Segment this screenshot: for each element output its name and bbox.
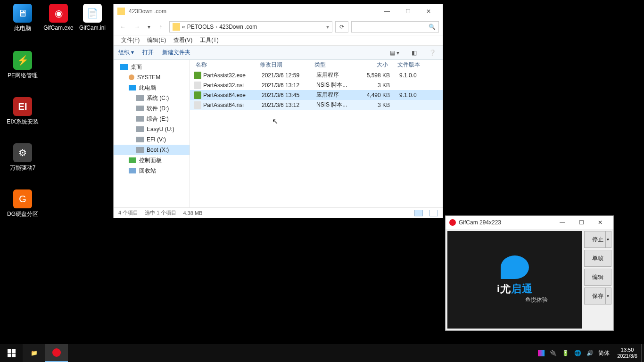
close-button[interactable]: ✕ [591,216,610,229]
app-icon: ◉ [49,4,68,23]
col-version[interactable]: 文件版本 [393,61,430,69]
file-type: NSIS 脚本... [316,101,359,109]
tree-item[interactable]: EFI (V:) [114,134,190,145]
file-date: 2021/3/6 13:12 [262,82,316,89]
desktop-icon-PE网络管理[interactable]: ⚡PE网络管理 [5,51,41,80]
chevron-down-icon[interactable]: ▾ [326,24,329,30]
forward-button[interactable]: → [132,21,143,33]
tree-item[interactable]: 回收站 [114,165,190,176]
system-tray[interactable]: 🔌 🔋 🌐 🔊 简体 [534,349,613,357]
network-icon[interactable]: 🌐 [574,349,581,357]
search-input[interactable]: 🔍 [351,21,439,33]
close-button[interactable]: ✕ [418,5,439,18]
edit-button[interactable]: 编辑 [584,269,611,286]
start-button[interactable] [0,344,23,362]
icon-label: 万能驱动7 [5,164,41,172]
dropdown-icon[interactable]: ▼ [605,288,610,304]
preview-pane-icon[interactable]: ◧ [410,49,419,56]
col-size[interactable]: 大小 [357,61,393,69]
organize-button[interactable]: 组织 ▾ [118,49,134,57]
window-title: 423Down .com [129,8,377,15]
desktop-icon-DG硬盘分区[interactable]: GDG硬盘分区 [5,189,41,218]
file-icon [194,72,201,79]
col-name[interactable]: 名称 [190,61,260,69]
titlebar[interactable]: GifCam 294x223 — ☐ ✕ [446,216,613,229]
desktop-icon-此电脑[interactable]: 🖥此电脑 [5,4,41,33]
up-button[interactable]: ↑ [155,21,166,33]
desktop-icon-EIX系统安装[interactable]: EIEIX系统安装 [5,97,41,126]
tree-item[interactable]: 此电脑 [114,82,190,93]
details-view-icon[interactable] [414,210,423,216]
file-icon [194,91,201,99]
file-row[interactable]: PartAssist32.exe 2021/3/6 12:59 应用程序 5,5… [190,70,443,80]
tree-item[interactable]: Boot (X:) [114,145,190,155]
back-button[interactable]: ← [117,21,129,33]
tray-app-icon[interactable] [538,350,545,356]
desktop-icon-GifCam.ini[interactable]: 📄GifCam.ini [74,4,110,31]
tree-item[interactable]: 控制面板 [114,155,190,165]
file-date: 2021/3/6 13:45 [262,92,316,99]
show-desktop-button[interactable] [641,344,644,362]
menu-file[interactable]: 文件(F) [117,36,143,44]
windows-logo-icon [8,349,16,357]
icons-view-icon[interactable] [429,210,438,216]
tree-icon [136,147,144,153]
language-indicator[interactable]: 简体 [598,349,610,357]
file-explorer-window[interactable]: 423Down .com — ☐ ✕ ← → ▾ ↑ « PETOOLS › 4… [113,4,443,218]
address-bar[interactable]: « PETOOLS › 423Down .com ▾ [169,21,332,33]
minimize-button[interactable]: — [553,216,572,229]
taskbar-gifcam[interactable] [45,344,68,362]
open-button[interactable]: 打开 [142,49,154,57]
menu-tools[interactable]: 工具(T) [196,36,222,44]
taskbar-explorer[interactable]: 📁 [23,344,45,362]
frame-button[interactable]: 单帧 [584,250,611,267]
gifcam-window[interactable]: GifCam 294x223 — ☐ ✕ i尤启通 鱼悦体验 停止▼ 单帧 编辑… [445,215,614,331]
col-type[interactable]: 类型 [314,61,357,69]
taskbar[interactable]: 📁 🔌 🔋 🌐 🔊 简体 13:50 2021/3/6 [0,344,644,362]
tree-item[interactable]: 软件 (D:) [114,103,190,114]
recent-dropdown[interactable]: ▾ [146,21,152,33]
menu-view[interactable]: 查看(V) [170,36,196,44]
view-options-icon[interactable]: ▤ ▾ [388,49,401,56]
file-icon [194,82,201,89]
column-headers[interactable]: 名称 修改日期 类型 大小 文件版本 [190,60,443,70]
titlebar[interactable]: 423Down .com — ☐ ✕ [114,4,443,18]
tree-item[interactable]: 桌面 [114,62,190,72]
menu-edit[interactable]: 编辑(E) [143,36,170,44]
file-row[interactable]: PartAssist64.nsi 2021/3/6 13:12 NSIS 脚本.… [190,100,443,110]
breadcrumb-item[interactable]: 423Down .com [219,24,257,30]
tree-label: Boot (X:) [147,147,169,153]
desktop-icon-GifCam.exe[interactable]: ◉GifCam.exe [41,4,76,31]
battery-icon[interactable]: 🔋 [561,349,569,357]
volume-icon[interactable]: 🔊 [586,349,594,357]
recording-viewport: i尤启通 鱼悦体验 [447,231,582,329]
breadcrumb-item[interactable]: PETOOLS [187,24,214,30]
tree-item[interactable]: 综合 (E:) [114,114,190,124]
newfolder-button[interactable]: 新建文件夹 [162,49,190,57]
clock[interactable]: 13:50 2021/3/6 [613,347,641,359]
maximize-button[interactable]: ☐ [572,216,591,229]
tree-icon [129,85,136,90]
maximize-button[interactable]: ☐ [397,5,418,18]
save-button[interactable]: 保存▼ [584,288,611,304]
refresh-button[interactable]: ⟳ [335,21,348,33]
tree-item[interactable]: SYSTEM [114,72,190,82]
minimize-button[interactable]: — [377,5,397,18]
file-date: 2021/3/6 13:12 [262,102,316,108]
tree-icon [129,74,134,80]
usb-icon[interactable]: 🔌 [549,349,557,357]
tree-item[interactable]: EasyU (U:) [114,124,190,134]
file-row[interactable]: PartAssist64.exe 2021/3/6 13:45 应用程序 4,4… [190,90,443,100]
statusbar: 4 个项目 选中 1 个项目 4.38 MB [114,207,443,218]
dropdown-icon[interactable]: ▼ [605,231,610,247]
help-icon[interactable]: ❔ [427,49,438,56]
gifcam-icon [449,219,456,226]
tree-icon [136,137,144,142]
col-date[interactable]: 修改日期 [260,61,314,69]
desktop-icon-万能驱动7[interactable]: ⚙万能驱动7 [5,143,41,172]
tree-item[interactable]: 系统 (C:) [114,93,190,103]
stop-button[interactable]: 停止▼ [584,231,611,248]
tree-label: EFI (V:) [147,136,166,143]
folder-tree[interactable]: 桌面SYSTEM此电脑系统 (C:)软件 (D:)综合 (E:)EasyU (U… [114,60,190,207]
file-row[interactable]: PartAssist32.nsi 2021/3/6 13:12 NSIS 脚本.… [190,80,443,90]
